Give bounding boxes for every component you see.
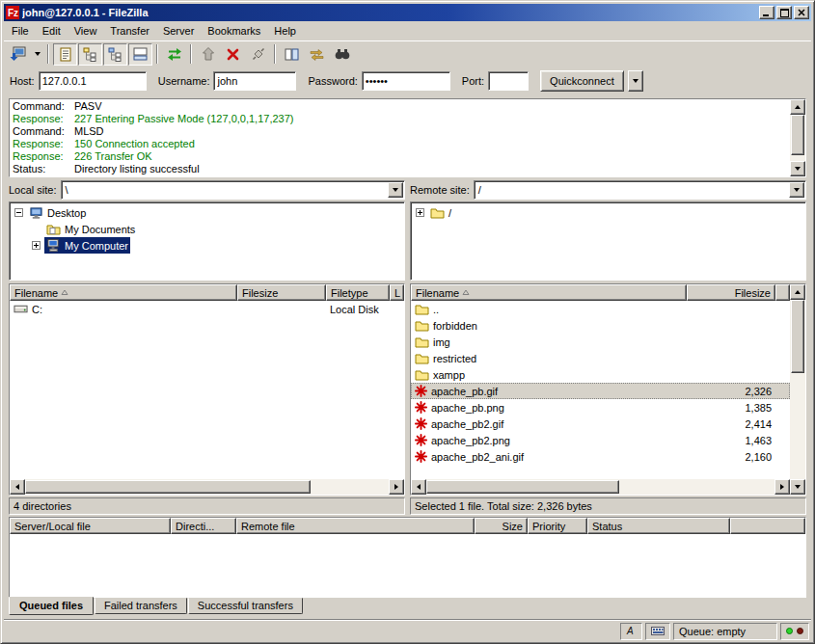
remote-h-scrollbar-left-button[interactable] xyxy=(411,479,426,495)
maximize-button[interactable] xyxy=(776,6,792,19)
menu-help[interactable]: Help xyxy=(267,22,303,40)
cell-text: forbidden xyxy=(433,320,477,332)
tree-label: My Documents xyxy=(65,224,135,235)
remote-v-scrollbar-thumb[interactable] xyxy=(791,300,804,373)
directory-comparison-button[interactable] xyxy=(280,43,304,66)
remote-v-scrollbar-track[interactable] xyxy=(790,300,805,479)
password-input[interactable] xyxy=(362,71,450,91)
cancel-transfer-button[interactable] xyxy=(221,43,245,66)
process-queue-button[interactable] xyxy=(196,43,220,66)
column-header-filename[interactable]: Filename xyxy=(10,284,237,301)
local-h-scrollbar-thumb[interactable] xyxy=(25,480,311,494)
log-scrollbar[interactable] xyxy=(790,99,805,176)
tab-successful-transfers[interactable]: Successful transfers xyxy=(188,598,303,614)
synchronized-browsing-button[interactable] xyxy=(305,43,329,66)
tab-queued-files[interactable]: Queued files xyxy=(9,597,94,615)
local-h-scrollbar-track[interactable] xyxy=(25,479,389,495)
menu-file[interactable]: File xyxy=(5,22,36,40)
tree-item-my-documents[interactable]: My Documents xyxy=(11,221,403,237)
toggle-transfer-queue-button[interactable] xyxy=(128,43,152,66)
log-scrollbar-track[interactable] xyxy=(790,115,805,161)
menu-bookmarks[interactable]: Bookmarks xyxy=(201,22,267,40)
local-file-list[interactable]: C:Local Disk xyxy=(10,301,404,479)
drive-icon xyxy=(14,304,28,314)
cell-filename: img xyxy=(411,334,687,350)
file-row-apache-pb2-gif[interactable]: apache_pb2.gif2,414 xyxy=(411,416,790,432)
search-button[interactable] xyxy=(330,43,354,66)
menu-view[interactable]: View xyxy=(68,22,104,40)
file-row-xampp[interactable]: xampp xyxy=(411,366,790,383)
quickconnect-bar: Host: Username: Password: Port: Quickcon… xyxy=(4,67,811,95)
column-header-l[interactable]: L xyxy=(390,284,404,301)
image-file-icon xyxy=(415,434,427,446)
column-header-remote-file[interactable]: Remote file xyxy=(236,518,475,534)
menu-edit[interactable]: Edit xyxy=(36,22,68,40)
remote-v-scrollbar[interactable] xyxy=(790,284,805,495)
column-header-status[interactable]: Status xyxy=(587,518,730,534)
remote-v-scrollbar-down-button[interactable] xyxy=(790,479,805,495)
column-header-server-local-file[interactable]: Server/Local file xyxy=(10,518,171,534)
toggle-remote-tree-button[interactable] xyxy=(103,43,127,66)
file-row-apache-pb2-png[interactable]: apache_pb2.png1,463 xyxy=(411,432,790,448)
expand-icon[interactable] xyxy=(32,241,41,250)
column-header-filetype[interactable]: Filetype xyxy=(326,284,390,301)
remote-h-scrollbar[interactable] xyxy=(411,479,790,495)
remote-h-scrollbar-right-button[interactable] xyxy=(774,479,790,495)
file-row-restricted[interactable]: restricted xyxy=(411,350,790,366)
local-site-combo[interactable]: \ xyxy=(61,180,405,200)
username-input[interactable] xyxy=(213,71,296,91)
column-header-priority[interactable]: Priority xyxy=(528,518,587,534)
menu-server[interactable]: Server xyxy=(156,22,201,40)
column-header-filename[interactable]: Filename xyxy=(411,284,687,301)
log-scrollbar-down-button[interactable] xyxy=(790,161,805,176)
disconnect-button[interactable] xyxy=(246,43,270,66)
remote-site-dropdown-button[interactable] xyxy=(789,182,804,198)
expand-icon[interactable] xyxy=(416,208,424,217)
file-row-forbidden[interactable]: forbidden xyxy=(411,317,790,334)
filezilla-logo-icon[interactable]: Fz xyxy=(6,6,19,19)
column-header-directi[interactable]: Directi... xyxy=(171,518,236,534)
close-button[interactable] xyxy=(794,6,809,19)
column-header-filesize[interactable]: Filesize xyxy=(237,284,326,301)
refresh-button[interactable] xyxy=(162,43,186,66)
toolbar-separator xyxy=(156,44,158,64)
cell-filler xyxy=(775,317,790,334)
remote-site-combo[interactable]: / xyxy=(474,180,806,200)
local-site-dropdown-button[interactable] xyxy=(388,182,403,198)
file-row-parent-directory[interactable]: .. xyxy=(411,301,790,317)
site-manager-button[interactable] xyxy=(6,43,30,66)
file-row-apache-pb2-ani-gif[interactable]: apache_pb2_ani.gif2,160 xyxy=(411,448,790,465)
log-scrollbar-up-button[interactable] xyxy=(790,99,805,115)
tree-entry: / xyxy=(428,204,453,221)
menu-transfer[interactable]: Transfer xyxy=(103,22,156,40)
folder-icon xyxy=(430,207,445,219)
tree-item-my-computer[interactable]: My Computer xyxy=(11,237,403,254)
tab-failed-transfers[interactable]: Failed transfers xyxy=(95,598,187,614)
minimize-button[interactable] xyxy=(759,6,774,19)
remote-file-list[interactable]: ..forbiddenimgrestrictedxamppapache_pb.g… xyxy=(411,301,790,479)
toggle-message-log-button[interactable] xyxy=(53,43,77,66)
column-header-size[interactable]: Size xyxy=(475,518,528,534)
local-h-scrollbar-left-button[interactable] xyxy=(10,479,25,495)
local-h-scrollbar[interactable] xyxy=(10,479,404,495)
log-scrollbar-thumb[interactable] xyxy=(791,115,804,155)
remote-h-scrollbar-track[interactable] xyxy=(426,479,774,495)
local-h-scrollbar-right-button[interactable] xyxy=(389,479,404,495)
quickconnect-button[interactable]: Quickconnect xyxy=(540,70,624,92)
column-header-filesize[interactable]: Filesize xyxy=(687,284,775,301)
remote-h-scrollbar-thumb[interactable] xyxy=(426,480,619,494)
remote-v-scrollbar-up-button[interactable] xyxy=(790,284,805,300)
toggle-local-tree-button[interactable] xyxy=(78,43,102,66)
svg-text:A: A xyxy=(626,626,634,636)
quickconnect-dropdown-button[interactable] xyxy=(628,70,643,92)
file-row-img[interactable]: img xyxy=(411,334,790,350)
tree-item-desktop[interactable]: Desktop xyxy=(11,204,403,221)
file-row-c[interactable]: C:Local Disk xyxy=(10,301,404,317)
site-manager-dropdown-button[interactable] xyxy=(31,43,43,66)
tree-item-root[interactable]: / xyxy=(412,204,804,221)
host-input[interactable] xyxy=(39,71,147,91)
port-input[interactable] xyxy=(488,71,529,91)
file-row-apache-pb-gif[interactable]: apache_pb.gif2,326 xyxy=(411,383,790,399)
file-row-apache-pb-png[interactable]: apache_pb.png1,385 xyxy=(411,399,790,416)
collapse-icon[interactable] xyxy=(14,208,23,217)
